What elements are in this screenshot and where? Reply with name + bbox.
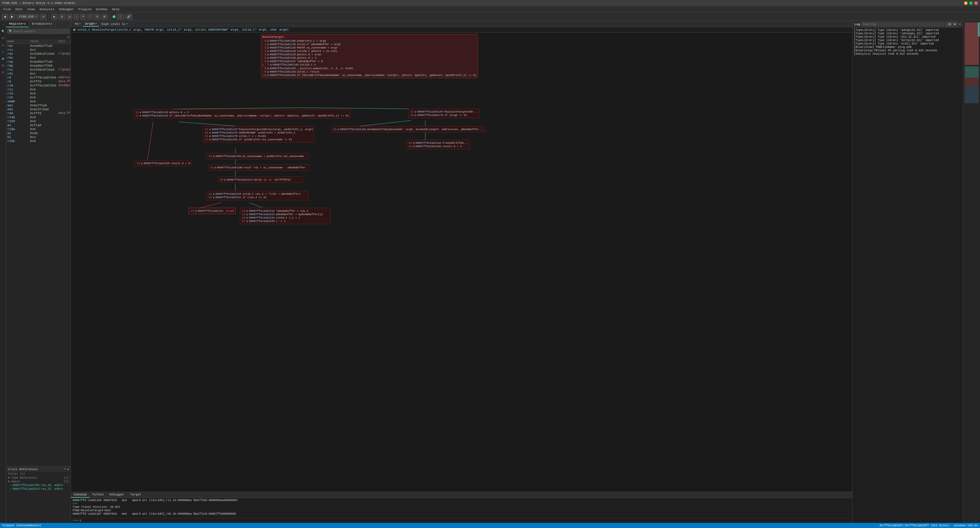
restart-button[interactable]: ↺ — [94, 14, 100, 19]
tab-graph[interactable]: Graph ▼ — [83, 22, 99, 27]
reg-row[interactable]: r90xfffddata_fffd — [6, 80, 71, 84]
menu-window[interactable]: Window — [94, 7, 110, 12]
graph-node-24-27[interactable]: 24 @ 00007ff6c2a8121e *pNodeBuffer = rax… — [240, 208, 331, 224]
graph-node-23[interactable]: 23 @ 00007ff6c2a8121c .break — [189, 208, 235, 214]
cross-ref-filter[interactable]: Filter (2) — [6, 472, 71, 476]
log-filter-select[interactable]: All — [945, 22, 957, 27]
play-button[interactable]: ▶ — [51, 14, 57, 19]
graph-node-21-22[interactable]: 21 @ 00007ff6c2a81215 int16_t rax_2 = *(… — [207, 191, 309, 200]
console-input[interactable] — [80, 519, 851, 522]
reg-hint — [59, 135, 70, 139]
node-14-line-0: 14 @ 00007ff6c2a811ef PopulateTargetAddr… — [204, 128, 313, 131]
reg-row[interactable]: rdx0x2508cd716a0L"google.com" — [6, 52, 71, 56]
reg-row[interactable]: rax0xaa0ba7f1a8 — [6, 44, 71, 48]
step-over-button[interactable]: ↷ — [80, 14, 86, 19]
minimize-button[interactable] — [964, 2, 967, 5]
step-out-button[interactable]: ↑ — [88, 14, 93, 19]
pause-button[interactable]: ⏸ — [59, 14, 65, 19]
reg-row[interactable]: r15w0x0 — [6, 127, 71, 131]
reg-row[interactable]: rbx0x2 — [6, 56, 71, 60]
reg-row[interactable]: rsp0xaa0ba7f1a8 — [6, 60, 71, 64]
reg-row[interactable]: rsi0x2508cd716a0L"google.com" — [6, 68, 71, 72]
console-tab-target[interactable]: Target — [127, 492, 144, 498]
menu-view[interactable]: View — [25, 7, 37, 12]
reg-row[interactable]: r100x7ff6c2a87920SendOptions — [6, 84, 71, 87]
step-into-button[interactable]: ↓ — [73, 14, 79, 19]
iconbar-home[interactable]: ⌂ — [0, 22, 6, 27]
console-tab-debugger[interactable]: Debugger — [107, 492, 127, 498]
menu-help[interactable]: Help — [110, 7, 122, 12]
reg-hint — [59, 88, 70, 91]
console-tab-console[interactable]: Console — [71, 492, 90, 498]
reg-row[interactable]: al0xa8 — [6, 131, 71, 135]
tab-breakpoints[interactable]: Breakpoints — [29, 21, 56, 27]
iconbar-search[interactable]: 🔍 — [0, 29, 6, 34]
forward-button[interactable]: ▶ — [9, 14, 15, 19]
reg-row[interactable]: ax0xf1a8 — [6, 123, 71, 127]
reg-row[interactable]: r80x7ff6c2a876e0address — [6, 76, 71, 80]
reg-row[interactable]: xmm00x0 — [6, 100, 71, 103]
cross-ref-header[interactable]: Cross References + ✕ — [6, 466, 71, 472]
register-search-input[interactable] — [13, 30, 68, 33]
tab-close-button[interactable]: ✕ — [40, 14, 46, 19]
reg-row[interactable]: rbp0xaa0ba7f2b0 — [6, 64, 71, 68]
reg-row[interactable]: r9d0xfffddata_fffd — [6, 111, 71, 115]
iconbar-registers[interactable]: ▦ — [0, 56, 6, 61]
menu-analysis[interactable]: Analysis — [37, 7, 57, 12]
tab-highlevel[interactable]: High Level IL ▼ — [99, 22, 130, 26]
console-input-bar[interactable]: >>> — [71, 518, 853, 523]
graph-node-19[interactable]: 19 @ 00007ff6c2a81206 void* rdi = ai_can… — [208, 164, 310, 171]
maximize-button[interactable] — [969, 2, 973, 5]
iconbar-graph[interactable]: ◈ — [0, 43, 6, 48]
settings-button[interactable]: ⚙ — [101, 14, 108, 19]
graph-node-main[interactable]: ResolveTarget: 0 @ 00007ff6c2a8110b pAdd… — [261, 34, 478, 78]
reg-row[interactable]: rdi0x1 — [6, 72, 71, 76]
menu-file[interactable]: File — [1, 7, 13, 12]
reg-row[interactable]: bl0x2 — [6, 135, 71, 139]
graph-node-39[interactable]: 39 @ 00007ff6c2a8119e GetNameInfoW(pSock… — [331, 126, 485, 132]
reg-hint — [59, 140, 70, 143]
reg-row[interactable]: r110x0 — [6, 87, 71, 92]
iconbar-tags[interactable]: 🏷 — [0, 36, 6, 41]
tab-registers[interactable]: Registers — [6, 21, 29, 27]
iconbar-debug[interactable]: ⬡ — [0, 49, 6, 54]
graph-area[interactable]: ResolveTarget: 0 @ 00007ff6c2a8110b pAdd… — [71, 33, 853, 492]
register-menu-icon[interactable]: ☰ — [67, 35, 70, 39]
reg-row[interactable]: r14d0x0 — [6, 115, 71, 119]
graph-node-18[interactable]: 18 @ 00007ff6c2a81201 ai_canonname = pAd… — [207, 153, 309, 159]
menu-plugins[interactable]: Plugins — [76, 7, 94, 12]
close-button[interactable] — [974, 2, 978, 5]
node-main-line-3: 3 @ 00007ff6c2a81129 int128_t pHints = z… — [262, 49, 476, 53]
reg-row[interactable]: r150x0 — [6, 95, 71, 100]
reg-row[interactable]: edx0x8cd716a0 — [6, 108, 71, 111]
cross-ref-item-1[interactable]: ← 00007ff6c2a82614 rax_52, addre — [6, 487, 71, 491]
cross-ref-code-section: ▼ Code References(2) — [6, 476, 71, 480]
menu-debugger[interactable]: Debugger — [57, 7, 76, 12]
iconbar-bookmarks[interactable]: ⊞ — [0, 63, 6, 68]
cross-ref-add-icon[interactable]: + — [64, 467, 66, 471]
reg-row[interactable]: eax0xba7f1a8 — [6, 103, 71, 108]
graph-node-40-41[interactable]: 40 @ 00007ff6c2a811ae FreeAddrInfoW... 4… — [406, 140, 469, 149]
reg-row[interactable]: r140x0 — [6, 92, 71, 95]
cross-ref-close-icon[interactable]: ✕ — [67, 467, 69, 471]
cross-ref-item-0[interactable]: ← 00007ff6c2a81f9e rax_26, addre — [6, 484, 71, 487]
link-button[interactable]: 🔗 — [125, 14, 132, 19]
graph-node-14-17[interactable]: 14 @ 00007ff6c2a811ef PopulateTargetAddr… — [203, 126, 315, 143]
tab-pe[interactable]: PE ▼ — [73, 22, 83, 26]
console-tab-python[interactable]: Python — [90, 492, 107, 498]
register-search-box[interactable]: 🔍 — [7, 29, 70, 34]
back-button[interactable]: ◀ — [2, 14, 8, 19]
graph-node-20[interactable]: 20 @ 00007ff6c2a81213 while (i != -0x7ff… — [218, 176, 303, 183]
menu-edit[interactable]: Edit — [13, 7, 25, 12]
extra-btn-1[interactable]: ⋮ — [116, 14, 124, 19]
stop-button[interactable]: ■ — [67, 14, 72, 19]
iconbar-types[interactable]: ⊟ — [0, 70, 6, 75]
graph-node-13[interactable]: 13 @ 00007ff6c2a81250 result.b = 0 — [135, 160, 191, 166]
log-menu-icon[interactable]: ☰ — [958, 22, 961, 26]
log-search-input[interactable] — [861, 22, 944, 26]
graph-node-37-38[interactable]: 37 @ 00007ff6c2a8116f PopulateTargetAddr… — [408, 109, 480, 118]
reg-row[interactable]: r15d0x0 — [6, 119, 71, 123]
graph-node-11-12[interactable]: 11 @ 00007ff6c2a811c5 pHints.d = 2 12 @ … — [133, 109, 350, 119]
reg-row[interactable]: r15b0x0 — [6, 139, 71, 143]
reg-row[interactable]: rcx0x2 — [6, 48, 71, 52]
